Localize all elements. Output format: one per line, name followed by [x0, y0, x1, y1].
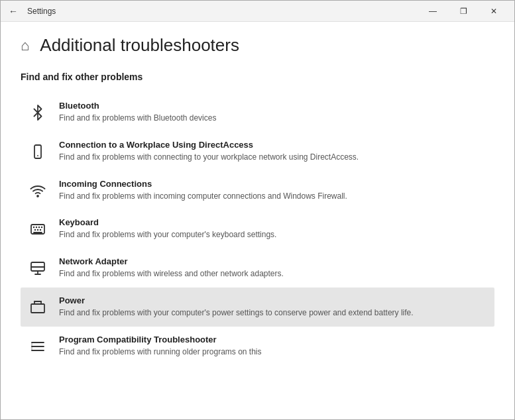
item-text-directaccess: Connection to a Workplace Using DirectAc… [59, 140, 488, 163]
power-icon [27, 297, 48, 318]
item-title-incoming: Incoming Connections [59, 179, 488, 189]
item-title-power: Power [59, 295, 488, 305]
maximize-button[interactable]: ❐ [448, 1, 479, 22]
monitor-icon [27, 258, 48, 279]
item-title-bluetooth: Bluetooth [59, 101, 488, 111]
close-button[interactable]: ✕ [479, 1, 509, 22]
item-text-network-adapter: Network AdapterFind and fix problems wit… [59, 256, 488, 280]
minimize-button[interactable]: — [418, 1, 448, 22]
item-desc-program-compat: Find and fix problems with running older… [59, 346, 488, 358]
svg-rect-0 [34, 145, 41, 158]
titlebar: ← Settings — ❐ ✕ [1, 1, 514, 22]
home-icon[interactable]: ⌂ [21, 37, 29, 54]
page-title: Additional troubleshooters [40, 35, 239, 56]
bluetooth-icon [27, 102, 48, 123]
item-text-bluetooth: BluetoothFind and fix problems with Blue… [59, 101, 488, 124]
back-button[interactable]: ← [6, 6, 21, 17]
troubleshooter-item-incoming[interactable]: Incoming ConnectionsFind and fix problem… [21, 171, 494, 210]
titlebar-title: Settings [27, 7, 56, 16]
main-content: ⌂ Additional troubleshooters Find and fi… [1, 22, 514, 420]
item-text-keyboard: KeyboardFind and fix problems with your … [59, 217, 488, 240]
keyboard-icon [27, 219, 48, 240]
troubleshooter-item-network-adapter[interactable]: Network AdapterFind and fix problems wit… [21, 248, 494, 288]
item-desc-directaccess: Find and fix problems with connecting to… [59, 152, 488, 163]
troubleshooter-item-program-compat[interactable]: Program Compatibility TroubleshooterFind… [21, 327, 494, 366]
wifi-icon [27, 180, 48, 201]
svg-point-2 [37, 195, 38, 197]
titlebar-controls: — ❐ ✕ [418, 1, 509, 22]
titlebar-left: ← Settings [6, 6, 56, 17]
item-text-program-compat: Program Compatibility TroubleshooterFind… [59, 335, 488, 358]
item-text-power: PowerFind and fix problems with your com… [59, 295, 488, 319]
troubleshooter-item-keyboard[interactable]: KeyboardFind and fix problems with your … [21, 209, 494, 248]
item-title-keyboard: Keyboard [59, 217, 488, 227]
list-icon [27, 336, 48, 357]
page-header: ⌂ Additional troubleshooters [21, 35, 494, 56]
section-title: Find and fix other problems [21, 72, 494, 82]
item-title-program-compat: Program Compatibility Troubleshooter [59, 335, 488, 344]
item-desc-power: Find and fix problems with your computer… [59, 307, 488, 319]
item-title-directaccess: Connection to a Workplace Using DirectAc… [59, 140, 488, 150]
troubleshooter-list: BluetoothFind and fix problems with Blue… [21, 93, 494, 366]
item-desc-network-adapter: Find and fix problems with wireless and … [59, 268, 488, 280]
troubleshooter-item-bluetooth[interactable]: BluetoothFind and fix problems with Blue… [21, 93, 494, 132]
troubleshooter-item-power[interactable]: PowerFind and fix problems with your com… [21, 288, 494, 327]
troubleshooter-item-directaccess[interactable]: Connection to a Workplace Using DirectAc… [21, 132, 494, 171]
item-desc-bluetooth: Find and fix problems with Bluetooth dev… [59, 113, 488, 124]
item-desc-keyboard: Find and fix problems with your computer… [59, 229, 488, 240]
item-desc-incoming: Find and fix problems with incoming comp… [59, 191, 488, 202]
phone-icon [27, 141, 48, 162]
svg-rect-16 [31, 304, 44, 313]
item-title-network-adapter: Network Adapter [59, 256, 488, 266]
item-text-incoming: Incoming ConnectionsFind and fix problem… [59, 179, 488, 202]
